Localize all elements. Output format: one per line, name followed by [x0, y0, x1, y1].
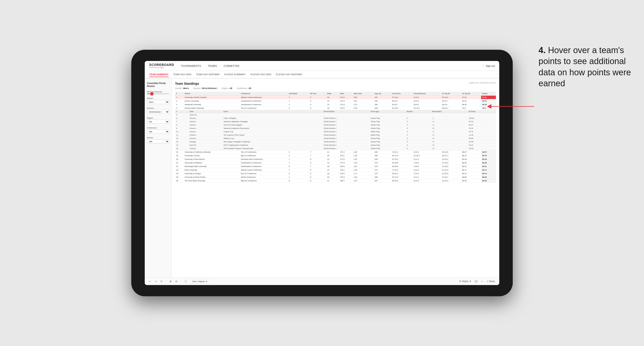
toolbar-refresh-btn[interactable]: ↻ [160, 280, 163, 283]
cell-school: University of California, Berkeley [184, 150, 240, 154]
cell-school: Arizona State University [184, 106, 240, 110]
cell-rank: 2 [175, 99, 184, 103]
nav-item-tournaments[interactable]: TOURNAMENTS [181, 64, 201, 68]
sub-cell: Georgia [188, 140, 222, 144]
cell-points[interactable]: 88.48 [481, 161, 496, 165]
cell-points[interactable]: 88.14 [481, 172, 496, 175]
toolbar-view-selector[interactable]: View: Original ▼ [190, 280, 209, 283]
sidebar-portal-title: Committee Portal Review [147, 82, 169, 88]
sub-cell: NCAA Division I [323, 133, 370, 137]
sub-nav-player-h2h-grid[interactable]: PLAYER H2H GRID [250, 72, 272, 77]
toolbar-redo-btn[interactable]: ↪ [154, 280, 158, 283]
min-rounds-slider[interactable] [147, 93, 169, 94]
main-content: Committee Portal Review Minimum Rounds G… [145, 78, 499, 277]
sub-cell: 9 [175, 127, 188, 130]
sidebar-school-select[interactable]: (All) [147, 139, 169, 144]
sub-cell: Stroke Play [370, 140, 406, 144]
cell-conference: Southeastern Conference [240, 161, 288, 165]
cell-rnds: 18 [326, 172, 339, 175]
cell-points[interactable]: 88.41 [481, 165, 496, 168]
cell-adj-score: 2.50 [352, 106, 374, 110]
sub-cell: Stroke Play [370, 144, 406, 147]
table-row: 24 University of Oregon Pac-12 Conferenc… [175, 172, 496, 175]
sub-cell: 2023 Sahalee Players Championship [222, 147, 322, 150]
filter-conference-label: Conference: [236, 87, 248, 89]
cell-points[interactable]: 88.94 [481, 179, 496, 183]
sub-table-row: 13 Georgia Ben Hogan Collegiate Invitati… [175, 140, 496, 144]
cell-conference: Atlantic Coast Conference [240, 168, 288, 172]
cell-vs-top50: 88.49 [461, 158, 481, 161]
sub-cell: +0 [431, 147, 468, 150]
sub-table: # Team Event Event Division Event Type R… [175, 110, 496, 150]
cell-school: Mississippi State University [184, 165, 240, 168]
cell-vs-top25: 25-19-0 [441, 150, 461, 154]
toolbar-share-btn[interactable]: ↗ Share [486, 280, 496, 283]
col-rnds: Rnds [326, 92, 339, 96]
cell-points[interactable]: 88.70 [481, 154, 496, 158]
sub-cell: Cabo Collegiate [222, 117, 322, 120]
table-row: 3 Vanderbilt University Southeastern Con… [175, 103, 496, 106]
cell-no-tour: 7 [309, 165, 326, 168]
sub-nav-team-h2h-heatmap[interactable]: TEAM H2H HEATMAP [196, 72, 220, 77]
cell-school: Vanderbilt University [184, 103, 240, 106]
cell-rank: 21 [175, 161, 184, 165]
sidebar-region-select[interactable]: N/A [147, 120, 169, 124]
nav-item-teams[interactable]: TEAMS [208, 64, 217, 68]
cell-points[interactable]: 88.89 [481, 175, 496, 179]
cell-overall: 4-13-0 [412, 168, 441, 172]
sidebar-division-select[interactable]: NCAA Division I [147, 110, 169, 114]
toolbar-watch-btn[interactable]: 👁 Watch ▼ [458, 280, 472, 283]
toolbar-comment-btn[interactable]: 💬 [474, 280, 478, 283]
toolbar-clock-btn[interactable]: 🕐 [183, 280, 188, 283]
annotation-text: 4. Hover over a team's points to see add… [538, 45, 633, 89]
cell-vs-top25: 21-32-0 [441, 172, 461, 175]
toolbar-expand-btn[interactable]: ⤡ [480, 280, 484, 283]
sub-cell: East Ter [188, 144, 222, 147]
cell-points[interactable]: 97.02 [481, 96, 496, 99]
sub-cell: +5 [431, 127, 468, 130]
sub-nav-team-h2h-grid[interactable]: TEAM H2H GRID [173, 72, 192, 77]
sub-table-row: 5 Texas Te... [175, 113, 496, 117]
cell-conf-rank: 5 [288, 172, 309, 175]
sidebar-conference-select[interactable]: (All) [147, 130, 169, 134]
sub-nav-player-h2h-heatmap[interactable]: PLAYER H2H HEATMAP [276, 72, 302, 77]
sidebar-gender-select[interactable]: Men's [147, 100, 169, 104]
sub-nav-player-summary[interactable]: PLAYER SUMMARY [224, 72, 246, 77]
nav-item-committee[interactable]: COMMITTEE [224, 64, 240, 68]
cell-avg-sg: 267 [374, 179, 391, 183]
table-row: 25 University of North Florida ASUN Conf… [175, 175, 496, 179]
cell-conference: Big Ten Conference [240, 179, 288, 183]
cell-points[interactable]: 88.07 [481, 150, 496, 154]
chevron-down-icon: ▼ [469, 280, 471, 283]
sub-cell: +0 [431, 144, 468, 147]
annotation-body: Hover over a team's points to see additi… [538, 45, 631, 88]
cell-adj-score: 1.30 [352, 175, 374, 179]
cell-conference: Southeastern Conference [240, 165, 288, 168]
sub-table-row: 11 Florida I... The Cypress Point Classi… [175, 133, 496, 137]
sign-out-link[interactable]: Sign out [486, 65, 495, 67]
sub-nav-team-summary[interactable]: TEAM SUMMARY [149, 72, 168, 77]
cell-adj-score: 2.86 [352, 96, 374, 99]
toolbar-undo-btn[interactable]: ↩ [148, 280, 152, 283]
toolbar-grid-btn[interactable]: ⊟ [174, 280, 178, 283]
cell-overall: 29-5-0 [412, 103, 441, 106]
cell-wins: 277.6 [339, 158, 352, 161]
cell-school: The Ohio State University [184, 179, 240, 183]
sub-cell: 12 [175, 137, 188, 140]
sidebar: Committee Portal Review Minimum Rounds G… [145, 78, 172, 277]
cell-points[interactable]: 88.49 [481, 158, 496, 161]
toolbar-copy-btn[interactable]: ⊞ [169, 280, 172, 283]
sub-cell [468, 113, 496, 117]
table-row: 21 University of Alabama Southeastern Co… [175, 161, 496, 165]
cell-school: University of North Carolina [184, 96, 240, 99]
cell-wins: 278.1 [339, 168, 352, 172]
cell-adj-score: 1.45 [352, 161, 374, 165]
cell-no-tour: 8 [309, 158, 326, 161]
cell-points[interactable]: 93.31 [481, 99, 496, 103]
cell-vs-top50: 88.70 [461, 154, 481, 158]
sub-cell: 3 [406, 144, 431, 147]
col-overall: Overall Record [412, 92, 441, 96]
cell-adj-score: 2.73 [352, 103, 374, 106]
cell-points[interactable]: 88.71 [481, 168, 496, 172]
cell-adj-score: 1.50 [352, 158, 374, 161]
